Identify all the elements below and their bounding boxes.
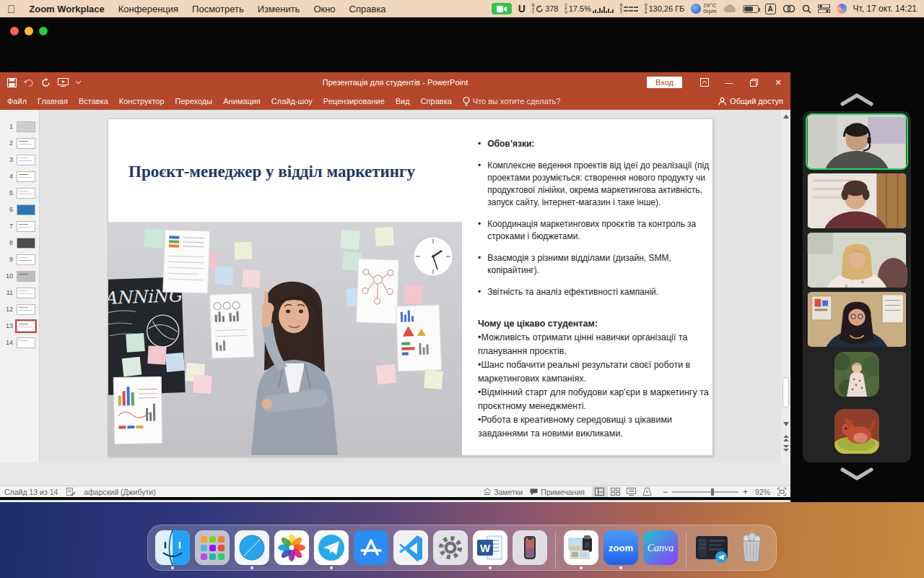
- siri-icon[interactable]: [837, 4, 847, 14]
- slide-thumb-7[interactable]: 7: [0, 218, 39, 234]
- participants-scroll-up-chevron[interactable]: [840, 92, 874, 107]
- slide-thumb-6[interactable]: 6: [0, 202, 39, 217]
- menu-app-name[interactable]: Zoom Workplace: [29, 4, 105, 14]
- menu-bar-clock[interactable]: Чт, 17 окт. 14:21: [853, 4, 917, 14]
- slide-sorter-view-button[interactable]: [608, 486, 624, 497]
- slide-thumb-14[interactable]: 14: [0, 335, 39, 350]
- dock-canva-icon[interactable]: Canva: [643, 530, 678, 569]
- share-button[interactable]: Общий доступ: [718, 97, 783, 105]
- video-tile-participant-3[interactable]: [806, 233, 907, 288]
- tab-review[interactable]: Рецензирование: [323, 97, 385, 105]
- tab-view[interactable]: Вид: [396, 97, 410, 105]
- dock-vscode-icon[interactable]: [393, 530, 428, 569]
- ribbon-display-options-button[interactable]: [692, 72, 717, 92]
- video-tile-participant-4[interactable]: [806, 292, 907, 347]
- start-slideshow-icon[interactable]: [58, 78, 69, 87]
- input-source-icon[interactable]: A: [765, 4, 776, 14]
- avatar-participant-5[interactable]: [834, 352, 879, 397]
- dock-downloads-stack-icon[interactable]: [564, 530, 598, 569]
- zoom-level[interactable]: 92%: [755, 488, 770, 496]
- zoom-slider-track[interactable]: [672, 491, 738, 493]
- next-slide-button[interactable]: [781, 444, 790, 453]
- linked-rings-icon[interactable]: [783, 4, 796, 13]
- slide-thumb-9[interactable]: 9: [0, 251, 39, 267]
- cpu-widget[interactable]: CPU 17.5%: [565, 4, 613, 14]
- slide-thumb-1[interactable]: 1: [0, 118, 39, 134]
- participants-scroll-down-chevron[interactable]: [840, 467, 874, 481]
- slide-counter[interactable]: Слайд 13 из 14: [4, 488, 58, 496]
- cloud-sync-icon[interactable]: [723, 4, 736, 13]
- tab-help[interactable]: Справка: [421, 97, 452, 105]
- notes-toggle-button[interactable]: Заметки: [484, 488, 523, 496]
- menu-edit[interactable]: Изменить: [258, 4, 300, 14]
- menu-help[interactable]: Справка: [349, 4, 386, 14]
- scrollbar-thumb[interactable]: [783, 377, 789, 407]
- tell-me-box[interactable]: Что вы хотите сделать?: [463, 97, 561, 106]
- network-widget[interactable]: NET: [620, 4, 638, 14]
- close-window-button[interactable]: [10, 27, 19, 35]
- menu-window[interactable]: Окно: [313, 4, 335, 14]
- slide-13[interactable]: Проєкт-менеджер у відділ маркетингу: [108, 119, 712, 455]
- battery-icon[interactable]: [743, 5, 759, 13]
- slide-scrollbar[interactable]: [781, 110, 790, 462]
- dock-safari-icon[interactable]: [235, 530, 269, 569]
- previous-slide-button[interactable]: [781, 434, 790, 443]
- undo-icon[interactable]: [24, 78, 34, 87]
- dock-minimized-telegram-window[interactable]: [694, 530, 729, 569]
- dock-iphone-mirroring-icon[interactable]: [513, 530, 547, 569]
- fit-to-window-icon[interactable]: [777, 488, 786, 496]
- zoom-slider-thumb[interactable]: [711, 488, 714, 496]
- dock-launchpad-icon[interactable]: [195, 530, 230, 569]
- scroll-up-arrow[interactable]: [781, 111, 790, 121]
- save-icon[interactable]: [7, 78, 17, 87]
- tab-home[interactable]: Главная: [38, 97, 68, 105]
- video-camera-status-icon[interactable]: [492, 3, 512, 14]
- customize-qat-icon[interactable]: [76, 79, 81, 85]
- tab-slideshow[interactable]: Слайд-шоу: [271, 97, 313, 105]
- minimize-button[interactable]: —: [717, 72, 741, 92]
- slide-thumb-13-active[interactable]: 13: [0, 318, 39, 334]
- slide-thumb-8[interactable]: 8: [0, 235, 39, 251]
- control-center-icon[interactable]: [818, 4, 830, 13]
- disk-widget[interactable]: DSK 130,26 ГБ: [645, 4, 684, 14]
- slideshow-view-button[interactable]: [640, 486, 655, 497]
- zoom-in-button[interactable]: +: [743, 487, 748, 497]
- reading-view-button[interactable]: [624, 486, 640, 497]
- u-app-status-icon[interactable]: U: [518, 3, 526, 14]
- search-icon[interactable]: [802, 4, 811, 14]
- battery-cycles-widget[interactable]: BAT 378: [532, 4, 559, 14]
- fullscreen-window-button[interactable]: [39, 27, 48, 35]
- fan-temp-widget[interactable]: 29°C0rpm: [691, 3, 716, 14]
- dock-settings-icon[interactable]: [433, 530, 468, 569]
- slide-thumb-11[interactable]: 11: [0, 285, 39, 301]
- tab-insert[interactable]: Вставка: [79, 97, 108, 105]
- spellcheck-icon[interactable]: [66, 488, 75, 496]
- dock-appstore-icon[interactable]: [354, 530, 388, 569]
- sign-in-button[interactable]: Вход: [647, 77, 682, 88]
- dock-telegram-icon[interactable]: [314, 530, 349, 569]
- slide-thumb-5[interactable]: 5: [0, 185, 39, 201]
- tab-file[interactable]: Файл: [7, 97, 27, 105]
- close-button[interactable]: ✕: [766, 72, 790, 92]
- language-indicator[interactable]: афарский (Джибути): [84, 488, 155, 496]
- video-tile-participant-2[interactable]: [806, 173, 907, 228]
- restore-button[interactable]: [741, 72, 766, 92]
- menu-view[interactable]: Посмотреть: [192, 4, 244, 14]
- minimize-window-button[interactable]: [25, 27, 33, 35]
- dock-photos-icon[interactable]: [274, 530, 309, 569]
- tab-animations[interactable]: Анимация: [223, 97, 261, 105]
- scroll-down-arrow[interactable]: [781, 419, 790, 429]
- tab-transitions[interactable]: Переходы: [175, 97, 213, 105]
- slide-thumb-2[interactable]: 2: [0, 135, 39, 151]
- avatar-participant-6[interactable]: [834, 409, 879, 454]
- dock-zoom-icon[interactable]: zoom: [603, 530, 638, 569]
- comments-toggle-button[interactable]: Примечания: [530, 488, 585, 496]
- dock-trash-icon[interactable]: [734, 530, 769, 569]
- slide-thumb-10[interactable]: 10: [0, 268, 39, 284]
- dock-word-icon[interactable]: W: [473, 530, 507, 569]
- zoom-out-button[interactable]: −: [663, 487, 668, 497]
- slide-thumb-3[interactable]: 3: [0, 152, 39, 168]
- slide-thumb-12[interactable]: 12: [0, 301, 39, 317]
- slide-thumb-4[interactable]: 4: [0, 168, 39, 184]
- dock-finder-icon[interactable]: [155, 530, 190, 569]
